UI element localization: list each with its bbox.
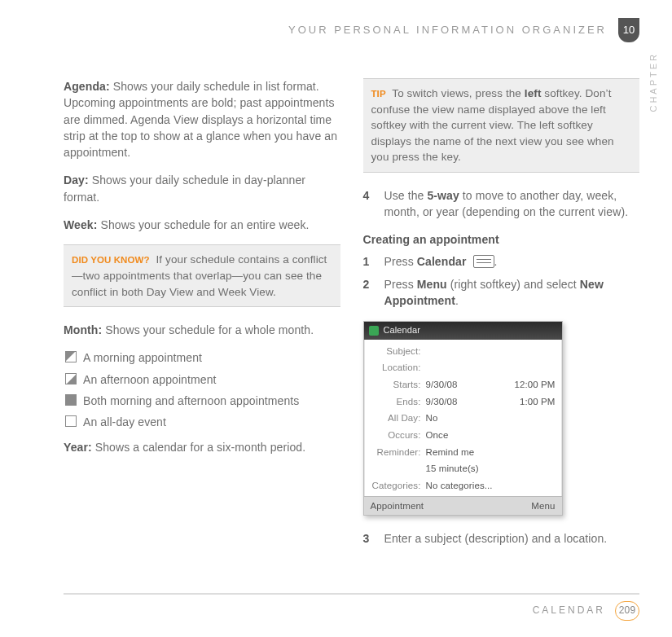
step-2-bold1: Menu [417, 278, 447, 291]
dev-occurs-label: Occurs: [371, 428, 426, 442]
header-title: YOUR PERSONAL INFORMATION ORGANIZER [288, 23, 607, 38]
dev-allday-label: All Day: [371, 411, 426, 425]
creating-steps: 1 Press Calendar . 2 Press Menu (right s… [363, 253, 640, 310]
step-4-number: 4 [363, 187, 373, 221]
dev-starts-label: Starts: [371, 378, 426, 392]
step-1-number: 1 [363, 253, 373, 270]
creating-appointment-heading: Creating an appointment [363, 231, 640, 248]
legend-afternoon: An afternoon appointment [65, 371, 340, 388]
dev-reminder-label: Reminder: [371, 446, 426, 459]
legend-both-text: Both morning and afternoon appointments [83, 393, 299, 409]
dev-starts-time: 12:00 PM [514, 378, 555, 392]
dev-ends-date: 9/30/08 [426, 395, 520, 409]
dev-categories-label: Categories: [371, 479, 426, 493]
device-titlebar: Calendar [364, 322, 562, 340]
year-text: Shows a calendar for a six-month period. [92, 441, 305, 454]
page-footer: CALENDAR 209 [64, 593, 639, 621]
step-2-b: (right softkey) and select [447, 278, 580, 291]
dev-location-label: Location: [371, 361, 426, 375]
dev-subject-label: Subject: [371, 345, 426, 358]
page-header: YOUR PERSONAL INFORMATION ORGANIZER 10 [64, 18, 639, 42]
step-1-bold: Calendar [417, 255, 467, 268]
tip-callout: TIP To switch views, press the left soft… [363, 78, 640, 173]
step-1-b [467, 255, 470, 268]
did-you-know-tag: DID YOU KNOW? [72, 255, 150, 265]
legend-allday-text: An all-day event [83, 414, 166, 430]
right-column: TIP To switch views, press the left soft… [363, 78, 640, 559]
dev-reminder-minutes: 15 minute(s) [426, 462, 556, 476]
step-3-text: Enter a subject (description) and a loca… [384, 530, 608, 547]
both-icon [65, 394, 77, 406]
step-2-c: . [455, 294, 459, 307]
device-foot-right: Menu [531, 499, 555, 513]
step-3-list: 3 Enter a subject (description) and a lo… [363, 530, 640, 547]
day-text: Shows your daily schedule in day-planner… [64, 174, 305, 203]
step-1-c: . [494, 255, 498, 268]
legend-morning: A morning appointment [65, 349, 340, 366]
tip-bold: left [525, 87, 542, 99]
tip-text-a: To switch views, press the [389, 87, 525, 99]
dev-ends-label: Ends: [371, 395, 426, 409]
step-2-number: 2 [363, 276, 373, 310]
footer-section: CALENDAR [533, 604, 605, 617]
step-1: 1 Press Calendar . [363, 253, 640, 270]
dev-allday-val: No [426, 411, 556, 425]
device-footer: Appointment Menu [364, 496, 562, 516]
dev-categories-val: No categories... [426, 479, 556, 493]
step-4-a: Use the [384, 189, 428, 202]
step-4-text: Use the 5-way to move to another day, we… [384, 187, 640, 221]
left-column: Agenda: Shows your daily schedule in lis… [64, 78, 340, 559]
allday-icon [65, 415, 77, 427]
step-1-a: Press [384, 255, 417, 268]
device-title-text: Calendar [384, 324, 420, 337]
device-body: Subject: Location: Starts:9/30/0812:00 P… [364, 340, 562, 496]
day-paragraph: Day: Shows your daily schedule in day-pl… [64, 172, 340, 205]
windows-flag-icon [369, 326, 379, 336]
step-2-text: Press Menu (right softkey) and select Ne… [384, 276, 640, 310]
agenda-label: Agenda: [64, 80, 110, 93]
legend-both: Both morning and afternoon appointments [65, 393, 340, 409]
dev-reminder-val: Remind me [426, 446, 556, 459]
month-label: Month: [64, 323, 102, 336]
dev-starts-date: 9/30/08 [426, 378, 515, 392]
week-label: Week: [64, 218, 97, 231]
month-paragraph: Month: Shows your schedule for a whole m… [64, 322, 340, 338]
device-screenshot: Calendar Subject: Location: Starts:9/30/… [363, 321, 563, 516]
day-label: Day: [64, 174, 89, 187]
device-foot-left: Appointment [371, 499, 424, 513]
legend-morning-text: A morning appointment [83, 349, 202, 366]
page-number: 209 [615, 601, 639, 621]
step-4: 4 Use the 5-way to move to another day, … [363, 187, 640, 221]
morning-icon [65, 351, 77, 362]
afternoon-icon [65, 373, 77, 384]
step-2-a: Press [384, 278, 417, 291]
legend-afternoon-text: An afternoon appointment [83, 371, 217, 388]
step-4-bold: 5-way [427, 189, 459, 202]
step-1-text: Press Calendar . [384, 253, 498, 270]
did-you-know-callout: DID YOU KNOW? If your schedule contains … [64, 244, 340, 307]
chapter-label-vertical: CHAPTER [648, 52, 661, 112]
year-label: Year: [64, 441, 92, 454]
year-paragraph: Year: Shows a calendar for a six-month p… [64, 439, 340, 455]
step-3-number: 3 [363, 530, 373, 547]
dev-ends-time: 1:00 PM [520, 395, 556, 409]
step-4-list: 4 Use the 5-way to move to another day, … [363, 187, 640, 221]
calendar-icon [473, 255, 494, 268]
agenda-paragraph: Agenda: Shows your daily schedule in lis… [64, 78, 340, 160]
tip-tag: TIP [371, 89, 386, 99]
week-text: Shows your schedule for an entire week. [97, 218, 309, 231]
step-3: 3 Enter a subject (description) and a lo… [363, 530, 640, 547]
week-paragraph: Week: Shows your schedule for an entire … [64, 217, 340, 233]
chapter-number-badge: 10 [618, 18, 639, 42]
step-2: 2 Press Menu (right softkey) and select … [363, 276, 640, 310]
month-text: Shows your schedule for a whole month. [102, 323, 314, 336]
dev-occurs-val: Once [426, 428, 556, 442]
legend-allday: An all-day event [65, 414, 340, 430]
